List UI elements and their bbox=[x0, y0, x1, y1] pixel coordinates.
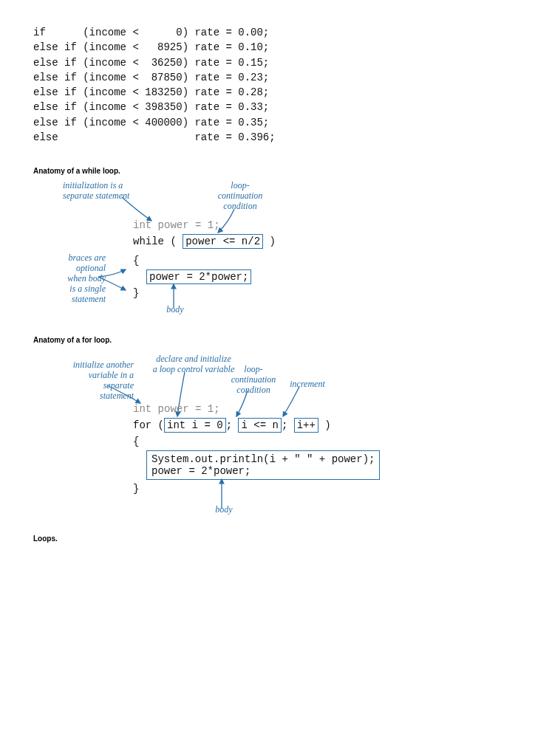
while-body-box: power = 2*power; bbox=[146, 269, 251, 284]
for-brace-open: { bbox=[133, 436, 139, 447]
while-kw: while ( bbox=[133, 236, 183, 247]
for-body-box: System.out.println(i + " " + power); pow… bbox=[146, 450, 380, 480]
annot-initvar: initialize another variable in a separat… bbox=[52, 360, 134, 401]
loops-caption: Loops. bbox=[33, 535, 505, 543]
for-brace-close: } bbox=[133, 483, 139, 495]
annot-init: initialization is a separate statement bbox=[63, 181, 151, 202]
while-head: while ( power <= n/2 ) bbox=[133, 234, 276, 249]
while-init-line: int power = 1; bbox=[133, 219, 220, 231]
for-init-box: int i = 0 bbox=[164, 418, 226, 433]
while-head-right: ) bbox=[263, 236, 276, 247]
for-head: for (int i = 0; i <= n; i++ ) bbox=[133, 418, 331, 433]
for-init-line: int power = 1; bbox=[133, 403, 220, 415]
for-cond-box: i <= n bbox=[238, 418, 281, 433]
tax-rate-code: if (income < 0) rate = 0.00; else if (in… bbox=[33, 25, 505, 145]
for-head-right: ) bbox=[318, 419, 331, 431]
for-body-line2: power = 2*power; bbox=[151, 465, 375, 477]
annot-incr: increment bbox=[282, 379, 333, 390]
annot-body-for: body bbox=[209, 505, 239, 515]
for-sep2: ; bbox=[282, 419, 294, 431]
for-diagram: initialize another variable in a separat… bbox=[63, 350, 381, 520]
while-brace-open: { bbox=[133, 255, 139, 267]
while-diagram: initialization is a separate statement l… bbox=[63, 181, 329, 321]
annot-braces: braces are optional when body is a singl… bbox=[52, 253, 106, 304]
annot-cond-for: loop- continuation condition bbox=[224, 365, 283, 395]
while-brace-close: } bbox=[133, 287, 139, 299]
while-body-stmt: power = 2*power; bbox=[146, 269, 251, 284]
for-body-line1: System.out.println(i + " " + power); bbox=[151, 453, 375, 465]
for-incr-box: i++ bbox=[294, 418, 318, 433]
while-caption: Anatomy of a while loop. bbox=[33, 167, 505, 175]
while-cond-box: power <= n/2 bbox=[183, 234, 263, 249]
for-sep1: ; bbox=[226, 419, 239, 431]
annot-cond: loop- continuation condition bbox=[211, 181, 270, 211]
for-caption: Anatomy of a for loop. bbox=[33, 336, 505, 344]
annot-body: body bbox=[160, 305, 190, 315]
for-kw: for ( bbox=[133, 419, 164, 431]
